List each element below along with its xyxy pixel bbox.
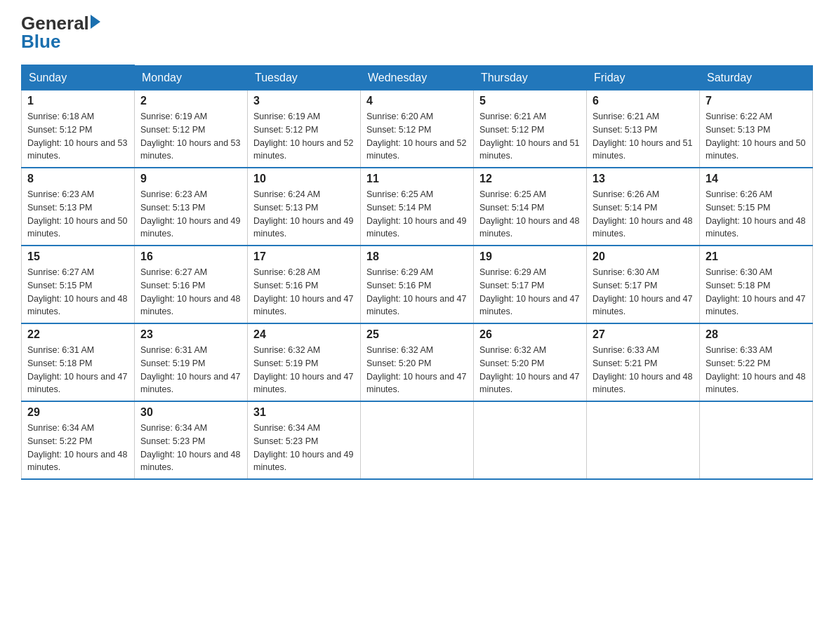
day-number: 6 bbox=[593, 95, 694, 107]
calendar-day-cell: 4Sunrise: 6:20 AMSunset: 5:12 PMDaylight… bbox=[361, 90, 474, 168]
day-info: Sunrise: 6:29 AMSunset: 5:17 PMDaylight:… bbox=[479, 266, 581, 318]
day-info: Sunrise: 6:25 AMSunset: 5:14 PMDaylight:… bbox=[479, 188, 581, 241]
calendar-day-cell: 30Sunrise: 6:34 AMSunset: 5:23 PMDayligh… bbox=[135, 401, 248, 479]
day-info: Sunrise: 6:34 AMSunset: 5:23 PMDaylight:… bbox=[253, 422, 355, 474]
day-number: 3 bbox=[253, 95, 355, 107]
calendar-day-cell: 14Sunrise: 6:26 AMSunset: 5:15 PMDayligh… bbox=[700, 168, 813, 246]
day-info: Sunrise: 6:27 AMSunset: 5:15 PMDaylight:… bbox=[27, 266, 128, 318]
calendar-day-cell: 26Sunrise: 6:32 AMSunset: 5:20 PMDayligh… bbox=[474, 323, 587, 401]
col-tuesday: Tuesday bbox=[248, 65, 361, 90]
calendar-day-cell bbox=[361, 401, 474, 479]
calendar-week-row: 8Sunrise: 6:23 AMSunset: 5:13 PMDaylight… bbox=[22, 168, 813, 246]
day-info: Sunrise: 6:32 AMSunset: 5:20 PMDaylight:… bbox=[479, 344, 581, 396]
day-info: Sunrise: 6:31 AMSunset: 5:18 PMDaylight:… bbox=[27, 344, 128, 396]
day-number: 29 bbox=[27, 406, 128, 419]
day-info: Sunrise: 6:22 AMSunset: 5:13 PMDaylight:… bbox=[706, 110, 807, 163]
calendar-day-cell: 13Sunrise: 6:26 AMSunset: 5:14 PMDayligh… bbox=[587, 168, 700, 246]
day-number: 18 bbox=[366, 250, 468, 263]
calendar-day-cell: 22Sunrise: 6:31 AMSunset: 5:18 PMDayligh… bbox=[22, 323, 135, 401]
day-number: 31 bbox=[253, 406, 355, 419]
calendar-day-cell: 23Sunrise: 6:31 AMSunset: 5:19 PMDayligh… bbox=[135, 323, 248, 401]
calendar-day-cell: 18Sunrise: 6:29 AMSunset: 5:16 PMDayligh… bbox=[361, 246, 474, 323]
calendar-day-cell: 3Sunrise: 6:19 AMSunset: 5:12 PMDaylight… bbox=[248, 90, 361, 168]
header-row: Sunday Monday Tuesday Wednesday Thursday… bbox=[22, 65, 813, 90]
calendar-week-row: 29Sunrise: 6:34 AMSunset: 5:22 PMDayligh… bbox=[22, 401, 813, 479]
calendar-day-cell bbox=[587, 401, 700, 479]
day-number: 12 bbox=[479, 173, 581, 185]
day-number: 30 bbox=[140, 406, 241, 419]
col-thursday: Thursday bbox=[474, 65, 587, 90]
calendar-day-cell: 19Sunrise: 6:29 AMSunset: 5:17 PMDayligh… bbox=[474, 246, 587, 323]
page-header: General Blue bbox=[21, 14, 813, 51]
day-info: Sunrise: 6:31 AMSunset: 5:19 PMDaylight:… bbox=[140, 344, 241, 396]
day-number: 13 bbox=[593, 173, 694, 185]
day-info: Sunrise: 6:30 AMSunset: 5:18 PMDaylight:… bbox=[706, 266, 807, 318]
day-number: 8 bbox=[27, 173, 128, 185]
day-number: 2 bbox=[140, 95, 241, 107]
calendar-day-cell: 15Sunrise: 6:27 AMSunset: 5:15 PMDayligh… bbox=[22, 246, 135, 323]
calendar-day-cell: 20Sunrise: 6:30 AMSunset: 5:17 PMDayligh… bbox=[587, 246, 700, 323]
day-info: Sunrise: 6:32 AMSunset: 5:20 PMDaylight:… bbox=[366, 344, 468, 396]
calendar-table: Sunday Monday Tuesday Wednesday Thursday… bbox=[21, 65, 813, 480]
calendar-day-cell: 11Sunrise: 6:25 AMSunset: 5:14 PMDayligh… bbox=[361, 168, 474, 246]
calendar-day-cell: 7Sunrise: 6:22 AMSunset: 5:13 PMDaylight… bbox=[700, 90, 813, 168]
day-info: Sunrise: 6:30 AMSunset: 5:17 PMDaylight:… bbox=[593, 266, 694, 318]
col-saturday: Saturday bbox=[700, 65, 813, 90]
day-number: 5 bbox=[479, 95, 581, 107]
col-monday: Monday bbox=[135, 65, 248, 90]
day-info: Sunrise: 6:24 AMSunset: 5:13 PMDaylight:… bbox=[253, 188, 355, 241]
calendar-day-cell: 10Sunrise: 6:24 AMSunset: 5:13 PMDayligh… bbox=[248, 168, 361, 246]
day-info: Sunrise: 6:19 AMSunset: 5:12 PMDaylight:… bbox=[253, 110, 355, 163]
day-number: 19 bbox=[479, 250, 581, 263]
logo: General Blue bbox=[21, 14, 100, 51]
day-number: 27 bbox=[593, 328, 694, 341]
col-friday: Friday bbox=[587, 65, 700, 90]
calendar-day-cell bbox=[700, 401, 813, 479]
calendar-day-cell: 24Sunrise: 6:32 AMSunset: 5:19 PMDayligh… bbox=[248, 323, 361, 401]
day-info: Sunrise: 6:33 AMSunset: 5:21 PMDaylight:… bbox=[593, 344, 694, 396]
calendar-day-cell: 1Sunrise: 6:18 AMSunset: 5:12 PMDaylight… bbox=[22, 90, 135, 168]
day-number: 17 bbox=[253, 250, 355, 263]
day-info: Sunrise: 6:34 AMSunset: 5:22 PMDaylight:… bbox=[27, 422, 128, 474]
calendar-day-cell: 29Sunrise: 6:34 AMSunset: 5:22 PMDayligh… bbox=[22, 401, 135, 479]
day-number: 1 bbox=[27, 95, 128, 107]
calendar-day-cell: 8Sunrise: 6:23 AMSunset: 5:13 PMDaylight… bbox=[22, 168, 135, 246]
day-info: Sunrise: 6:19 AMSunset: 5:12 PMDaylight:… bbox=[140, 110, 241, 163]
calendar-week-row: 1Sunrise: 6:18 AMSunset: 5:12 PMDaylight… bbox=[22, 90, 813, 168]
logo-general-text: General bbox=[21, 14, 89, 32]
calendar-day-cell: 25Sunrise: 6:32 AMSunset: 5:20 PMDayligh… bbox=[361, 323, 474, 401]
day-info: Sunrise: 6:28 AMSunset: 5:16 PMDaylight:… bbox=[253, 266, 355, 318]
day-number: 24 bbox=[253, 328, 355, 341]
day-number: 7 bbox=[706, 95, 807, 107]
calendar-day-cell: 27Sunrise: 6:33 AMSunset: 5:21 PMDayligh… bbox=[587, 323, 700, 401]
day-info: Sunrise: 6:32 AMSunset: 5:19 PMDaylight:… bbox=[253, 344, 355, 396]
day-info: Sunrise: 6:27 AMSunset: 5:16 PMDaylight:… bbox=[140, 266, 241, 318]
day-info: Sunrise: 6:26 AMSunset: 5:14 PMDaylight:… bbox=[593, 188, 694, 241]
col-sunday: Sunday bbox=[22, 65, 135, 90]
day-info: Sunrise: 6:34 AMSunset: 5:23 PMDaylight:… bbox=[140, 422, 241, 474]
calendar-day-cell: 17Sunrise: 6:28 AMSunset: 5:16 PMDayligh… bbox=[248, 246, 361, 323]
logo-blue-text: Blue bbox=[21, 32, 60, 51]
calendar-day-cell: 2Sunrise: 6:19 AMSunset: 5:12 PMDaylight… bbox=[135, 90, 248, 168]
day-number: 28 bbox=[706, 328, 807, 341]
day-number: 16 bbox=[140, 250, 241, 263]
day-info: Sunrise: 6:33 AMSunset: 5:22 PMDaylight:… bbox=[706, 344, 807, 396]
day-number: 23 bbox=[140, 328, 241, 341]
day-info: Sunrise: 6:25 AMSunset: 5:14 PMDaylight:… bbox=[366, 188, 468, 241]
calendar-day-cell bbox=[474, 401, 587, 479]
calendar-day-cell: 16Sunrise: 6:27 AMSunset: 5:16 PMDayligh… bbox=[135, 246, 248, 323]
calendar-day-cell: 31Sunrise: 6:34 AMSunset: 5:23 PMDayligh… bbox=[248, 401, 361, 479]
calendar-day-cell: 12Sunrise: 6:25 AMSunset: 5:14 PMDayligh… bbox=[474, 168, 587, 246]
day-number: 20 bbox=[593, 250, 694, 263]
calendar-day-cell: 21Sunrise: 6:30 AMSunset: 5:18 PMDayligh… bbox=[700, 246, 813, 323]
day-info: Sunrise: 6:21 AMSunset: 5:13 PMDaylight:… bbox=[593, 110, 694, 163]
day-info: Sunrise: 6:20 AMSunset: 5:12 PMDaylight:… bbox=[366, 110, 468, 163]
day-info: Sunrise: 6:26 AMSunset: 5:15 PMDaylight:… bbox=[706, 188, 807, 241]
day-number: 10 bbox=[253, 173, 355, 185]
day-number: 22 bbox=[27, 328, 128, 341]
calendar-day-cell: 9Sunrise: 6:23 AMSunset: 5:13 PMDaylight… bbox=[135, 168, 248, 246]
day-number: 11 bbox=[366, 173, 468, 185]
day-info: Sunrise: 6:18 AMSunset: 5:12 PMDaylight:… bbox=[27, 110, 128, 163]
day-number: 21 bbox=[706, 250, 807, 263]
day-number: 25 bbox=[366, 328, 468, 341]
